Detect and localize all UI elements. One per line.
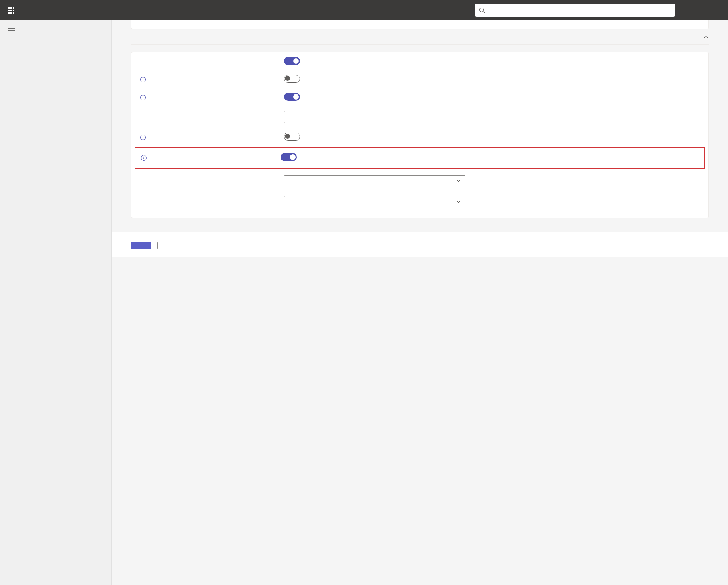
setting-label: i [139,93,277,101]
settings-card-recording: i i [131,52,709,218]
svg-line-1 [483,11,485,13]
sidebar-toggle-button[interactable] [0,25,111,41]
toggle-require-agreement[interactable] [284,75,300,83]
chevron-down-icon [456,178,461,183]
setting-meeting-recording [139,52,701,70]
setting-transcription-highlighted: i [135,147,705,169]
setting-auto-expire: i [139,88,701,106]
setting-label: i [139,153,274,162]
chevron-down-icon [456,199,461,204]
info-icon[interactable]: i [141,155,147,161]
setting-label: i [139,133,277,141]
setting-store-outside: i [139,128,701,146]
setting-live-captions [139,170,701,191]
sidebar [0,20,112,585]
search-container [475,4,675,17]
search-icon [479,7,485,14]
cancel-button[interactable] [157,242,177,249]
default-expiration-input[interactable] [284,111,465,123]
settings-card-top [131,20,709,29]
save-button[interactable] [131,242,151,249]
search-box[interactable] [475,4,675,17]
footer-bar [112,232,728,257]
main-content: i i [112,20,728,585]
toggle-meeting-recording[interactable] [284,57,300,65]
setting-default-expiration [139,106,701,128]
app-header [0,0,728,20]
setting-require-agreement: i [139,70,701,88]
search-input[interactable] [489,7,671,14]
info-icon[interactable]: i [140,95,146,100]
setting-transcription: i [139,151,700,165]
svg-point-0 [480,8,484,12]
toggle-transcription[interactable] [281,153,297,161]
info-icon[interactable]: i [140,135,146,140]
waffle-icon [8,7,14,14]
live-captions-select[interactable] [284,175,465,186]
setting-label: i [139,75,277,83]
hamburger-icon [8,28,15,33]
section-header-recording[interactable] [131,29,709,45]
info-icon[interactable]: i [140,77,146,82]
app-launcher-button[interactable] [5,4,18,17]
setting-copilot [139,191,701,212]
toggle-store-outside[interactable] [284,133,300,141]
toggle-auto-expire[interactable] [284,93,300,101]
copilot-select[interactable] [284,196,465,207]
chevron-up-icon [703,35,709,40]
